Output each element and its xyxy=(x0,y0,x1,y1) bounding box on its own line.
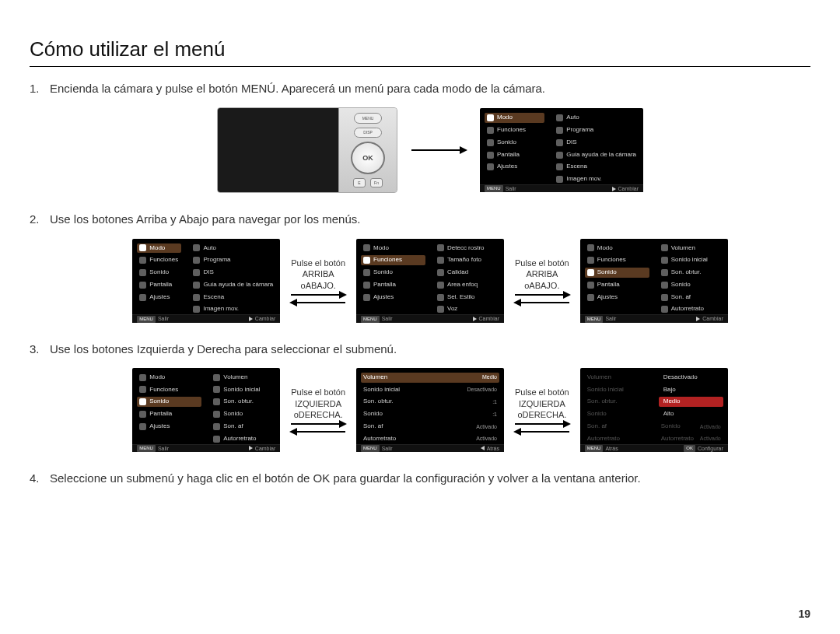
arrow-right-icon xyxy=(515,423,569,425)
arrow-right-icon xyxy=(411,149,466,151)
osd-screen-3a: ModoFuncionesSonidoPantallaAjustesVolume… xyxy=(132,368,280,452)
ok-button-icon: OK xyxy=(351,142,385,174)
nav-label-updown-1: Pulse el botónARRIBAoABAJO. xyxy=(289,257,347,303)
page-number: 19 xyxy=(798,608,810,620)
page-title: Cómo utilizar el menú xyxy=(30,37,810,61)
osd-screen-2a: ModoFuncionesSonidoPantallaAjustesAutoPr… xyxy=(132,239,280,323)
nav-label-lr-1: Pulse el botónIZQUIERDAoDERECHA. xyxy=(289,387,347,433)
osd-screen-2c: ModoFuncionesSonidoPantallaAjustesVolume… xyxy=(580,239,728,323)
step-4: 4. Seleccione un submenú y haga clic en … xyxy=(30,471,810,486)
arrow-right-icon xyxy=(291,294,345,296)
nav-label-updown-2: Pulse el botónARRIBAoABAJO. xyxy=(513,257,571,303)
menu-button-icon: MENU xyxy=(354,113,382,123)
osd-screen-3c: VolumenSonido inicialSon. obtur.SonidoSo… xyxy=(580,368,728,452)
step-3: 3. Use los botones Izquierda y Derecha p… xyxy=(30,342,810,452)
arrow-left-icon xyxy=(515,431,569,433)
e-button-icon: E xyxy=(353,178,366,187)
step-1: 1. Encienda la cámara y pulse el botón M… xyxy=(30,81,810,193)
osd-screen-3b: VolumenMedioSonido inicialDesactivadoSon… xyxy=(356,368,504,452)
arrow-right-icon xyxy=(515,294,569,296)
nav-label-lr-2: Pulse el botónIZQUIERDAoDERECHA. xyxy=(513,387,571,433)
osd-screen-2b: ModoFuncionesSonidoPantallaAjustesDetecc… xyxy=(356,239,504,323)
arrow-left-icon xyxy=(291,302,345,303)
arrow-left-icon xyxy=(515,302,569,303)
step-2: 2. Use los botones Arriba y Abajo para n… xyxy=(30,212,810,322)
camera-back-illustration: MENU DISP OK EFn xyxy=(217,107,397,193)
disp-button-icon: DISP xyxy=(354,128,382,138)
osd-screen-1: ModoFuncionesSonidoPantallaAjustesAutoPr… xyxy=(480,108,643,192)
arrow-right-icon xyxy=(291,423,345,425)
title-rule xyxy=(30,66,810,67)
fn-button-icon: Fn xyxy=(370,178,383,187)
arrow-left-icon xyxy=(291,431,345,433)
